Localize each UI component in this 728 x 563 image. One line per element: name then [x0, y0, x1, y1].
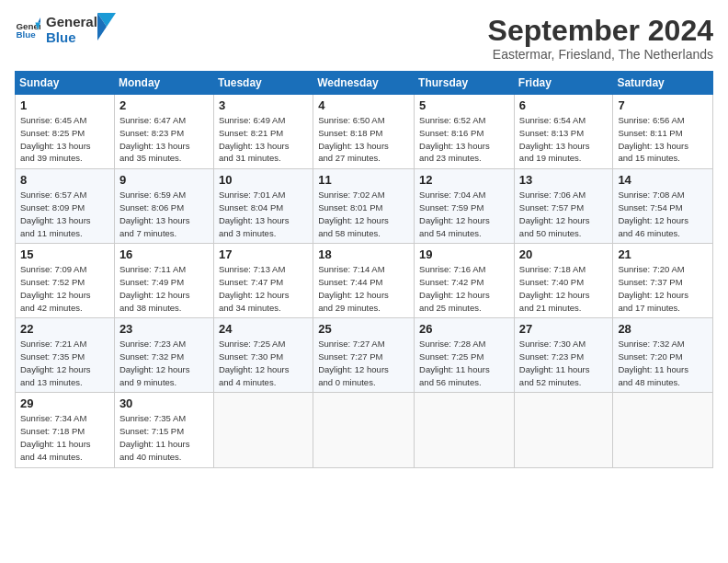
day-number: 26: [419, 322, 509, 336]
day-number: 8: [20, 173, 109, 187]
day-info: Sunrise: 7:30 AMSunset: 7:23 PMDaylight:…: [519, 338, 609, 388]
day-number: 12: [419, 173, 509, 187]
table-row: [613, 393, 713, 467]
day-number: 18: [318, 247, 409, 261]
table-row: 4 Sunrise: 6:50 AMSunset: 8:18 PMDayligh…: [313, 95, 415, 169]
day-info: Sunrise: 7:11 AMSunset: 7:49 PMDaylight:…: [119, 263, 209, 314]
col-monday: Monday: [114, 72, 213, 95]
day-info: Sunrise: 7:34 AMSunset: 7:18 PMDaylight:…: [20, 412, 109, 463]
day-number: 23: [119, 322, 209, 336]
day-number: 21: [618, 247, 708, 261]
day-number: 29: [20, 396, 109, 410]
col-friday: Friday: [514, 72, 613, 95]
day-number: 7: [618, 98, 708, 112]
day-number: 1: [20, 98, 109, 112]
subtitle: Eastermar, Friesland, The Netherlands: [488, 47, 713, 62]
svg-text:Blue: Blue: [16, 29, 36, 40]
day-info: Sunrise: 7:35 AMSunset: 7:15 PMDaylight:…: [119, 412, 209, 463]
day-info: Sunrise: 7:27 AMSunset: 7:27 PMDaylight:…: [318, 338, 409, 388]
table-row: 17 Sunrise: 7:13 AMSunset: 7:47 PMDaylig…: [213, 244, 313, 318]
day-info: Sunrise: 7:28 AMSunset: 7:25 PMDaylight:…: [419, 338, 509, 388]
day-info: Sunrise: 7:01 AMSunset: 8:04 PMDaylight:…: [219, 189, 308, 239]
col-saturday: Saturday: [613, 72, 713, 95]
day-info: Sunrise: 6:59 AMSunset: 8:06 PMDaylight:…: [119, 189, 209, 239]
table-row: 19 Sunrise: 7:16 AMSunset: 7:42 PMDaylig…: [415, 244, 515, 318]
day-info: Sunrise: 7:16 AMSunset: 7:42 PMDaylight:…: [419, 263, 509, 314]
day-info: Sunrise: 7:04 AMSunset: 7:59 PMDaylight:…: [419, 189, 509, 239]
day-info: Sunrise: 7:21 AMSunset: 7:35 PMDaylight:…: [20, 338, 109, 388]
table-row: [313, 393, 415, 467]
table-row: 14 Sunrise: 7:08 AMSunset: 7:54 PMDaylig…: [613, 169, 713, 244]
col-thursday: Thursday: [415, 72, 515, 95]
day-info: Sunrise: 7:25 AMSunset: 7:30 PMDaylight:…: [219, 338, 308, 388]
table-row: [514, 393, 613, 467]
day-number: 15: [20, 247, 109, 261]
day-number: 19: [419, 247, 509, 261]
table-row: 21 Sunrise: 7:20 AMSunset: 7:37 PMDaylig…: [613, 244, 713, 318]
table-row: 10 Sunrise: 7:01 AMSunset: 8:04 PMDaylig…: [213, 169, 313, 244]
day-info: Sunrise: 6:52 AMSunset: 8:16 PMDaylight:…: [419, 114, 509, 165]
table-row: [213, 393, 313, 467]
logo: General Blue General Blue: [15, 15, 116, 45]
col-wednesday: Wednesday: [313, 72, 415, 95]
day-info: Sunrise: 6:50 AMSunset: 8:18 PMDaylight:…: [318, 114, 409, 165]
day-number: 3: [219, 98, 308, 112]
day-info: Sunrise: 7:18 AMSunset: 7:40 PMDaylight:…: [519, 263, 609, 314]
table-row: 2 Sunrise: 6:47 AMSunset: 8:23 PMDayligh…: [114, 95, 213, 169]
day-number: 20: [519, 247, 609, 261]
table-row: 24 Sunrise: 7:25 AMSunset: 7:30 PMDaylig…: [213, 318, 313, 393]
day-number: 27: [519, 322, 609, 336]
table-row: 16 Sunrise: 7:11 AMSunset: 7:49 PMDaylig…: [114, 244, 213, 318]
table-row: 26 Sunrise: 7:28 AMSunset: 7:25 PMDaylig…: [415, 318, 515, 393]
day-info: Sunrise: 7:14 AMSunset: 7:44 PMDaylight:…: [318, 263, 409, 314]
day-info: Sunrise: 7:23 AMSunset: 7:32 PMDaylight:…: [119, 338, 209, 388]
col-tuesday: Tuesday: [213, 72, 313, 95]
table-row: 9 Sunrise: 6:59 AMSunset: 8:06 PMDayligh…: [114, 169, 213, 244]
table-row: 28 Sunrise: 7:32 AMSunset: 7:20 PMDaylig…: [613, 318, 713, 393]
day-number: 13: [519, 173, 609, 187]
day-info: Sunrise: 6:45 AMSunset: 8:25 PMDaylight:…: [20, 114, 109, 165]
day-info: Sunrise: 6:56 AMSunset: 8:11 PMDaylight:…: [618, 114, 708, 165]
header: General Blue General Blue September 2024…: [15, 15, 713, 62]
day-number: 4: [318, 98, 409, 112]
table-row: 18 Sunrise: 7:14 AMSunset: 7:44 PMDaylig…: [313, 244, 415, 318]
table-row: 6 Sunrise: 6:54 AMSunset: 8:13 PMDayligh…: [514, 95, 613, 169]
day-number: 14: [618, 173, 708, 187]
table-row: 13 Sunrise: 7:06 AMSunset: 7:57 PMDaylig…: [514, 169, 613, 244]
day-number: 25: [318, 322, 409, 336]
day-number: 30: [119, 396, 209, 410]
day-info: Sunrise: 7:06 AMSunset: 7:57 PMDaylight:…: [519, 189, 609, 239]
day-number: 16: [119, 247, 209, 261]
day-info: Sunrise: 6:49 AMSunset: 8:21 PMDaylight:…: [219, 114, 308, 165]
table-row: 12 Sunrise: 7:04 AMSunset: 7:59 PMDaylig…: [415, 169, 515, 244]
day-number: 28: [618, 322, 708, 336]
table-row: 23 Sunrise: 7:23 AMSunset: 7:32 PMDaylig…: [114, 318, 213, 393]
day-number: 24: [219, 322, 308, 336]
table-row: 8 Sunrise: 6:57 AMSunset: 8:09 PMDayligh…: [16, 169, 115, 244]
table-row: 30 Sunrise: 7:35 AMSunset: 7:15 PMDaylig…: [114, 393, 213, 467]
table-row: 29 Sunrise: 7:34 AMSunset: 7:18 PMDaylig…: [16, 393, 115, 467]
table-row: 3 Sunrise: 6:49 AMSunset: 8:21 PMDayligh…: [213, 95, 313, 169]
calendar-header-row: Sunday Monday Tuesday Wednesday Thursday…: [16, 72, 713, 95]
day-number: 2: [119, 98, 209, 112]
day-info: Sunrise: 6:54 AMSunset: 8:13 PMDaylight:…: [519, 114, 609, 165]
day-number: 9: [119, 173, 209, 187]
table-row: 15 Sunrise: 7:09 AMSunset: 7:52 PMDaylig…: [16, 244, 115, 318]
logo-blue: Blue: [46, 30, 97, 46]
day-info: Sunrise: 7:20 AMSunset: 7:37 PMDaylight:…: [618, 263, 708, 314]
day-info: Sunrise: 7:02 AMSunset: 8:01 PMDaylight:…: [318, 189, 409, 239]
logo-icon: General Blue: [15, 17, 40, 43]
day-number: 10: [219, 173, 308, 187]
logo-triangle: [97, 13, 116, 40]
day-number: 6: [519, 98, 609, 112]
logo-general: General: [46, 15, 97, 30]
title-block: September 2024 Eastermar, Friesland, The…: [488, 15, 713, 62]
calendar: Sunday Monday Tuesday Wednesday Thursday…: [15, 71, 713, 467]
table-row: 1 Sunrise: 6:45 AMSunset: 8:25 PMDayligh…: [16, 95, 115, 169]
day-number: 5: [419, 98, 509, 112]
day-info: Sunrise: 7:32 AMSunset: 7:20 PMDaylight:…: [618, 338, 708, 388]
day-info: Sunrise: 6:57 AMSunset: 8:09 PMDaylight:…: [20, 189, 109, 239]
day-info: Sunrise: 7:13 AMSunset: 7:47 PMDaylight:…: [219, 263, 308, 314]
day-number: 17: [219, 247, 308, 261]
day-info: Sunrise: 7:09 AMSunset: 7:52 PMDaylight:…: [20, 263, 109, 314]
